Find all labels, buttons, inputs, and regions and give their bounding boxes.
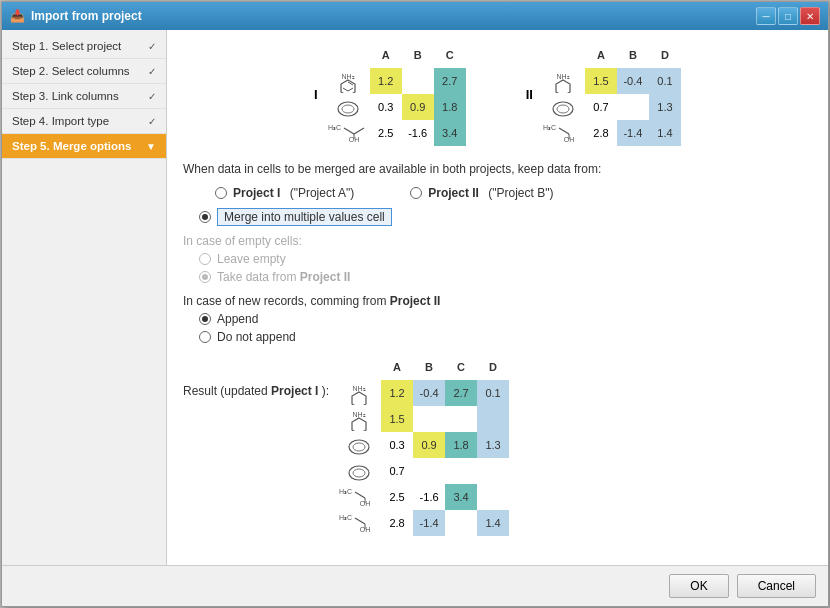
res-r6c3 (445, 510, 477, 536)
p1-col-c: C (434, 42, 466, 68)
radio-row-project2: Project II ("Project B") (410, 186, 553, 200)
p2-cell-r3c3: 1.4 (649, 120, 681, 146)
res-r1c1: 1.2 (381, 380, 413, 406)
table-row: 1.5 -0.4 0.1 (585, 68, 681, 94)
res-mol-carboxyl: H₃C OH (337, 484, 381, 510)
radio-no-append-label: Do not append (217, 330, 296, 344)
project2-table-with-mol: NH₂ (541, 42, 681, 146)
p2-col-b: B (617, 42, 649, 68)
res-r1c4: 0.1 (477, 380, 509, 406)
sidebar-item-label-step3: Step 3. Link columns (12, 90, 119, 102)
svg-point-14 (553, 102, 573, 116)
radio-take-data[interactable] (199, 271, 211, 283)
table-row: 1.2 2.7 (370, 68, 466, 94)
maximize-button[interactable]: □ (778, 7, 798, 25)
p1-cell-r3c3: 3.4 (434, 120, 466, 146)
project2-preview: II NH₂ (526, 42, 681, 146)
mol2-ring (541, 94, 585, 120)
sidebar: Step 1. Select project ✓ Step 2. Select … (2, 30, 167, 565)
result-table-with-mol: NH₂ NH₂ (337, 354, 509, 536)
table-row: 2.8 -1.4 1.4 (585, 120, 681, 146)
svg-point-15 (557, 105, 569, 113)
sidebar-item-label-step4: Step 4. Import type (12, 115, 109, 127)
p2-col-a: A (585, 42, 617, 68)
titlebar-controls: ─ □ ✕ (756, 7, 820, 25)
sidebar-item-label-step2: Step 2. Select columns (12, 65, 130, 77)
project1-table-with-mol: NH₂ (326, 42, 466, 146)
p1-cell-r2c2: 0.9 (402, 94, 434, 120)
footer: OK Cancel (2, 565, 828, 606)
radio-take-data-label: Take data from Project II (217, 270, 350, 284)
p2-cell-r2c2 (617, 94, 649, 120)
svg-point-6 (342, 105, 354, 113)
sidebar-item-label-step5: Step 5. Merge options (12, 140, 132, 152)
minimize-button[interactable]: ─ (756, 7, 776, 25)
radio-row-no-append: Do not append (199, 330, 812, 344)
svg-line-4 (343, 88, 348, 91)
radio-no-append[interactable] (199, 331, 211, 343)
project1-mol-col: NH₂ (326, 42, 370, 146)
sidebar-check-step3: ✓ (148, 91, 156, 102)
table-row: 0.7 1.3 (585, 94, 681, 120)
mol-spacer (326, 42, 370, 68)
res-col-c: C (445, 354, 477, 380)
merge-options-section: When data in cells to be merged are avai… (183, 162, 812, 536)
res-mol-ring2 (337, 458, 381, 484)
radio-append[interactable] (199, 313, 211, 325)
sidebar-item-step5[interactable]: Step 5. Merge options ▼ (2, 134, 166, 159)
mol1-carboxyl: H₃C OH (326, 120, 370, 146)
svg-point-25 (353, 443, 365, 451)
svg-text:NH₂: NH₂ (556, 73, 569, 80)
table-row: 0.7 (381, 458, 509, 484)
p1-cell-r2c3: 1.8 (434, 94, 466, 120)
radio-project2[interactable] (410, 187, 422, 199)
svg-point-24 (349, 440, 369, 454)
radio-row-leave-empty: Leave empty (199, 252, 812, 266)
res-r5c4 (477, 484, 509, 510)
sidebar-item-step4[interactable]: Step 4. Import type ✓ (2, 109, 166, 134)
close-button[interactable]: ✕ (800, 7, 820, 25)
svg-line-8 (344, 128, 354, 134)
cancel-button[interactable]: Cancel (737, 574, 816, 598)
project2-table-wrap: NH₂ (541, 42, 681, 146)
sidebar-check-step4: ✓ (148, 116, 156, 127)
radio-leave-empty[interactable] (199, 253, 211, 265)
radio-merge[interactable] (199, 211, 211, 223)
empty-cells-label: In case of empty cells: (183, 234, 812, 248)
p1-cell-r1c2 (402, 68, 434, 94)
sidebar-item-step2[interactable]: Step 2. Select columns ✓ (2, 59, 166, 84)
project2-mol-col: NH₂ (541, 42, 585, 146)
svg-text:H₃C: H₃C (328, 124, 341, 131)
res-r4c2 (413, 458, 445, 484)
svg-marker-23 (352, 418, 366, 431)
radio-project1[interactable] (215, 187, 227, 199)
p2-cell-r1c3: 0.1 (649, 68, 681, 94)
preview-row: I NH₂ (183, 42, 812, 146)
sidebar-item-step3[interactable]: Step 3. Link columns ✓ (2, 84, 166, 109)
titlebar-icon: 📥 (10, 9, 25, 23)
res-r4c3 (445, 458, 477, 484)
res-r2c4 (477, 406, 509, 432)
res-col-a: A (381, 354, 413, 380)
p1-cell-r2c1: 0.3 (370, 94, 402, 120)
radio-leave-empty-label: Leave empty (217, 252, 286, 266)
res-r3c3: 1.8 (445, 432, 477, 458)
res-r5c3: 3.4 (445, 484, 477, 510)
svg-marker-13 (556, 80, 570, 93)
p1-cell-r3c1: 2.5 (370, 120, 402, 146)
sidebar-item-step1[interactable]: Step 1. Select project ✓ (2, 34, 166, 59)
res-col-b: B (413, 354, 445, 380)
main-content: I NH₂ (167, 30, 828, 565)
result-table-wrap: NH₂ NH₂ (337, 354, 509, 536)
result-mol-spacer (337, 354, 381, 380)
svg-line-3 (348, 88, 353, 91)
svg-marker-1 (341, 80, 355, 93)
titlebar: 📥 Import from project ─ □ ✕ (2, 2, 828, 30)
ok-button[interactable]: OK (669, 574, 728, 598)
content-area: Step 1. Select project ✓ Step 2. Select … (2, 30, 828, 565)
mol1-benzene: NH₂ (326, 68, 370, 94)
svg-text:H₃C: H₃C (339, 488, 352, 495)
radio-row-append: Append (199, 312, 812, 326)
table-row: 1.5 (381, 406, 509, 432)
project1-label: I (314, 87, 318, 102)
